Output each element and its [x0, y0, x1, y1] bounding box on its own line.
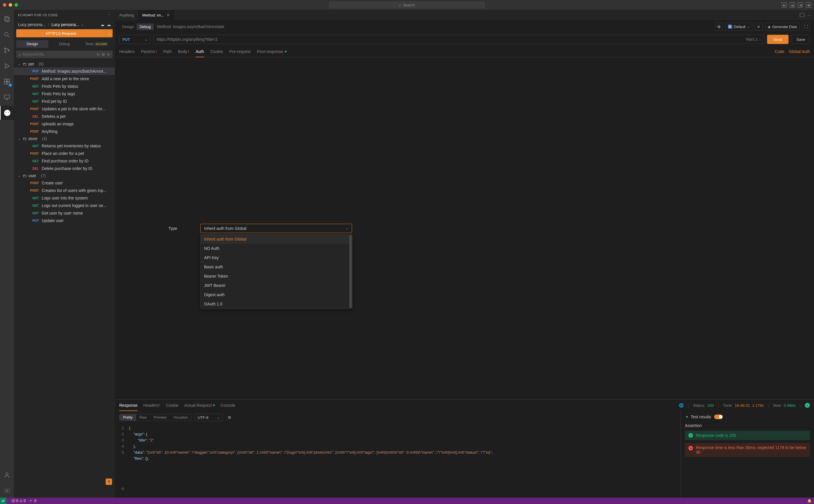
method-selector[interactable]: PUT ⌄ [119, 35, 151, 44]
test-results-toggle[interactable] [714, 415, 723, 419]
tree-item[interactable]: GETLogs user into the system [14, 194, 115, 202]
tab-body[interactable]: Body1 [178, 46, 189, 57]
sidebar-search[interactable]: ⌕ ↻ ⚙ ✕ [16, 51, 113, 58]
tree-item[interactable]: GETFinds Pets by tags [14, 90, 115, 98]
tab-post-response[interactable]: Post-response [257, 46, 286, 57]
editor-tab-anything[interactable]: Anything [115, 10, 138, 20]
tree-item[interactable]: GETFinds Pets by status [14, 83, 115, 90]
crumb-collection[interactable]: Lucy persona... [52, 22, 79, 27]
view-visualize[interactable]: Visualize [170, 414, 191, 421]
auth-option[interactable]: OAuth 1.0 [201, 299, 352, 309]
view-preview[interactable]: Preview [150, 414, 170, 421]
sidebar-tab-tests[interactable]: Tests No Limits [80, 40, 113, 48]
layout-customize-icon[interactable]: ▦ [806, 2, 811, 8]
auth-option[interactable]: NO Auth [201, 244, 352, 253]
ports-button[interactable]: ᯤ0 [30, 499, 36, 503]
tree-item[interactable]: PUTUpdate user [14, 217, 115, 224]
tree-item[interactable]: POSTAnything [14, 128, 115, 135]
echoapi-icon[interactable] [0, 106, 14, 120]
copy-button[interactable]: ⧉ [225, 413, 234, 421]
tab-auth[interactable]: Auth [196, 46, 204, 57]
tree-item[interactable]: DELDeletes a pet [14, 113, 115, 120]
settings-icon[interactable]: ⚙ [102, 52, 105, 57]
settings-button[interactable]: ⚙ [715, 23, 723, 31]
expand-button[interactable]: ⛶ [802, 23, 810, 31]
tree-item[interactable]: POSTuploads an image [14, 120, 115, 128]
tab-headers[interactable]: Headers [119, 46, 135, 57]
tree-item[interactable]: GETGet user by user name [14, 209, 115, 217]
send-button[interactable]: Send [767, 35, 789, 44]
code-link[interactable]: Code [775, 49, 784, 54]
mode-debug-button[interactable]: Debug [137, 23, 153, 30]
env-list-button[interactable]: ≡ [755, 23, 763, 31]
sidebar-search-input[interactable] [23, 52, 94, 56]
tree-item[interactable]: POSTUpdates a pet in the store with for.… [14, 105, 115, 113]
resp-tab-response[interactable]: Response [119, 399, 137, 411]
mode-design-button[interactable]: Design [119, 23, 137, 30]
tree-item[interactable]: GETReturns pet inventories by status [14, 142, 115, 150]
tab-pre-request[interactable]: Pre-request [229, 46, 250, 57]
refresh-icon[interactable]: ↻ [97, 52, 100, 57]
tab-path[interactable]: Path [163, 46, 172, 57]
resp-tab-actual[interactable]: Actual Request [184, 399, 215, 411]
layout-secondary-sidebar-icon[interactable]: ◨ [798, 2, 803, 8]
save-button[interactable]: Save [791, 35, 810, 44]
auth-option[interactable]: Inherit auth from Global [201, 234, 352, 244]
close-window-button[interactable] [3, 3, 6, 7]
tree-item[interactable]: DELDelete purchase order by ID [14, 165, 115, 172]
generate-data-button[interactable]: ◈ Generate Data [765, 23, 800, 31]
cloud-download-icon[interactable]: ☁ [100, 22, 105, 27]
global-auth-link[interactable]: Global Auth [789, 49, 810, 54]
view-pretty[interactable]: Pretty [120, 414, 136, 421]
encoding-selector[interactable]: UTF-8 ⌄ [195, 414, 223, 421]
search-activity-icon[interactable] [0, 28, 14, 42]
response-code[interactable]: 123456 { "args": { "title": "2" }, "data… [115, 424, 681, 498]
notifications-icon[interactable]: 🔔 [807, 499, 812, 503]
layout-primary-sidebar-icon[interactable]: ◧ [782, 2, 787, 8]
settings-gear-icon[interactable] [0, 484, 14, 498]
tree-item[interactable]: POSTAdd a new pet to the store [14, 75, 115, 83]
auth-option[interactable]: Basic auth [201, 262, 352, 272]
more-actions-icon[interactable]: ⋯ [807, 13, 811, 17]
resp-tab-console[interactable]: Console [221, 399, 235, 411]
tree-item[interactable]: GETFind purchase order by ID [14, 157, 115, 165]
crumb-workspace[interactable]: Lucy persona... [18, 22, 46, 27]
tree-folder-store[interactable]: ⌄🗀store (4) [14, 135, 115, 142]
more-icon[interactable]: ⋯ [108, 13, 111, 17]
tree-folder-user[interactable]: ⌄🗀user (7) [14, 172, 115, 179]
view-raw[interactable]: Raw [136, 414, 150, 421]
new-http-request-button[interactable]: HTTP1/2 Request [16, 29, 106, 37]
minimize-window-button[interactable] [9, 3, 12, 7]
sidebar-tab-design[interactable]: Design [16, 40, 48, 48]
tab-cookie[interactable]: Cookie [210, 46, 223, 57]
tree-item[interactable]: GETLogs out current logged in user se... [14, 202, 115, 209]
environment-selector[interactable]: D Default ⌄ [725, 23, 752, 31]
remote-explorer-icon[interactable] [0, 90, 14, 104]
remote-button[interactable]: ⇄ [0, 498, 6, 504]
global-search-input[interactable]: ⌕ Search [329, 1, 485, 8]
dropdown-scrollbar[interactable] [349, 235, 352, 308]
protocol-selector[interactable]: http/1.1 ⌄ [746, 37, 761, 41]
close-tab-icon[interactable]: ✕ [166, 13, 170, 17]
tree-item[interactable]: POSTCreates list of users with given inp… [14, 187, 115, 194]
account-icon[interactable] [0, 468, 14, 482]
tree-item[interactable]: PUTMethod: images.asyncBatchAnnot... [14, 67, 115, 75]
explorer-icon[interactable] [0, 12, 14, 26]
split-editor-icon[interactable] [800, 13, 804, 17]
tab-params[interactable]: Params1 [141, 46, 157, 57]
editor-tab-method[interactable]: Method: im... ✕ [138, 10, 174, 20]
help-button[interactable]: ? [106, 479, 112, 485]
auth-option[interactable]: JWT Bearer [201, 281, 352, 290]
maximize-window-button[interactable] [14, 3, 18, 7]
problems-button[interactable]: ⓧ0 ⚠0 [12, 498, 25, 503]
resp-tab-cookie[interactable]: Cookie [166, 399, 179, 411]
layout-panel-icon[interactable]: ⬓ [790, 2, 795, 8]
auth-option[interactable]: Bearer Token [201, 272, 352, 281]
url-input[interactable]: https://httpbin.org/anything?title=2 htt… [153, 35, 764, 44]
auth-option[interactable]: Digest auth [201, 290, 352, 299]
run-debug-icon[interactable] [0, 59, 14, 73]
tree-item[interactable]: POSTPlace an order for a pet [14, 150, 115, 157]
tree-item[interactable]: GETFind pet by ID [14, 98, 115, 105]
new-request-dropdown-button[interactable]: ⌄ [106, 29, 113, 37]
resp-tab-headers[interactable]: Headers7 [143, 399, 160, 411]
